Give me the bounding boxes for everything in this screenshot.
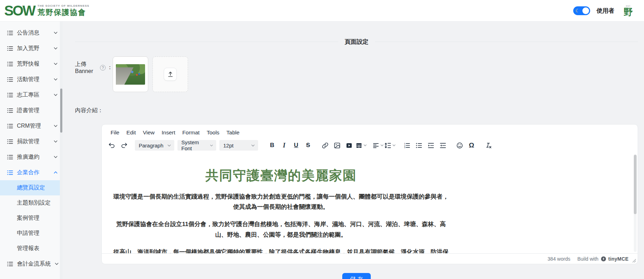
undo-button[interactable] xyxy=(106,140,118,151)
sidebar-item-certificates[interactable]: 證書管理 xyxy=(0,103,63,118)
insert-image-button[interactable] xyxy=(331,140,343,151)
chevron-down-icon xyxy=(54,31,58,35)
content-paragraph: 從高山、海洋到城市，每一個棲地都具備它獨特的重要性，除了提供各式各樣生物棲息，並… xyxy=(112,247,450,253)
chevron-down-icon xyxy=(54,93,58,97)
bullet-list-button[interactable] xyxy=(413,140,425,151)
help-icon[interactable]: ? xyxy=(100,65,106,71)
chevron-down-icon xyxy=(251,144,255,147)
content-intro-label: 內容介紹： xyxy=(75,107,638,114)
user-role-label: 使用者 xyxy=(596,7,614,15)
editor-toolbar: Paragraph System Font 12pt B xyxy=(102,138,638,153)
list-icon xyxy=(7,154,13,160)
sidebar-scrollbar-thumb[interactable] xyxy=(60,89,62,133)
font-size-select[interactable]: 12pt xyxy=(219,140,258,151)
chevron-down-icon xyxy=(380,144,384,147)
list-icon xyxy=(7,92,13,98)
sidebar-item-join[interactable]: 加入荒野 xyxy=(0,41,63,56)
chevron-up-icon xyxy=(54,170,58,175)
theme-toggle[interactable]: ☾ xyxy=(573,6,590,15)
sidebar-item-announcements[interactable]: 公告消息 xyxy=(0,25,63,41)
bold-icon: B xyxy=(270,142,274,149)
paragraph-format-select[interactable]: Paragraph xyxy=(135,140,174,151)
redo-button[interactable] xyxy=(118,140,130,151)
list-icon xyxy=(7,61,13,67)
chevron-down-icon xyxy=(54,139,58,144)
content-paragraph: 荒野保護協會在全台設立11個分會，致力於守護台灣自然棲地，包括海洋、海岸、濕地、… xyxy=(112,219,450,239)
sidebar-subitem-overview-settings[interactable]: 總覽頁設定 xyxy=(0,180,63,195)
line-height-button[interactable] xyxy=(384,140,396,151)
omega-icon: Ω xyxy=(469,141,474,149)
special-character-button[interactable]: Ω xyxy=(465,140,477,151)
chevron-down-icon xyxy=(54,62,58,66)
underline-button[interactable]: U xyxy=(290,140,302,151)
indent-button[interactable] xyxy=(425,140,437,151)
chevron-down-icon xyxy=(54,77,58,81)
menu-view[interactable]: View xyxy=(140,127,158,138)
editor-content-area[interactable]: 共同守護臺灣的美麗家園 環境守護是一個長期的生活實踐過程，荒野保護協會致力於創造… xyxy=(102,153,638,253)
divider-line xyxy=(75,42,338,42)
rich-text-editor: File Edit View Insert Format Tools Table xyxy=(101,124,638,264)
align-button[interactable] xyxy=(372,140,384,151)
toggle-knob xyxy=(582,7,589,14)
editor-scrollbar-thumb[interactable] xyxy=(634,155,637,214)
content-paragraph: 環境守護是一個長期的生活實踐過程，荒野保護協會致力於創造更低的門檻，讓每一個個人… xyxy=(112,192,450,212)
align-left-icon xyxy=(372,142,380,149)
sidebar-item-crm[interactable]: CRM管理 xyxy=(0,118,63,134)
insert-link-button[interactable] xyxy=(319,140,331,151)
sidebar-subitem-topic-categories[interactable]: 主題類別設定 xyxy=(0,195,63,211)
tinymce-branding[interactable]: Build with tinyMCE xyxy=(577,256,629,262)
menu-tools[interactable]: Tools xyxy=(204,127,223,138)
italic-icon: I xyxy=(283,142,285,149)
underline-icon: U xyxy=(294,142,298,149)
sidebar-item-accounting[interactable]: 會計金流系統 xyxy=(0,256,63,272)
sidebar-subitem-application-management[interactable]: 申請管理 xyxy=(0,226,63,241)
sow-logo[interactable]: SOW THE SOCIETY OF WILDERNESS 荒野保護協會 xyxy=(4,4,89,18)
save-button[interactable]: 儲 存 xyxy=(342,273,370,279)
insert-table-button[interactable] xyxy=(355,140,367,151)
list-icon xyxy=(7,261,13,267)
chevron-down-icon xyxy=(54,124,58,128)
app-header: SOW THE SOCIETY OF WILDERNESS 荒野保護協會 ☾ 使… xyxy=(0,0,644,22)
chevron-down-icon xyxy=(55,262,59,266)
bold-button[interactable]: B xyxy=(266,140,278,151)
sidebar-item-donations[interactable]: 捐款管理 xyxy=(0,134,63,149)
sidebar-scrollbar-track[interactable] xyxy=(60,22,63,279)
clear-formatting-button[interactable] xyxy=(482,140,494,151)
sidebar-subitem-case-management[interactable]: 案例管理 xyxy=(0,211,63,226)
word-count: 384 words xyxy=(548,256,570,262)
upload-button[interactable] xyxy=(164,68,177,81)
sidebar-subitem-management-reports[interactable]: 管理報表 xyxy=(0,241,63,256)
menu-file[interactable]: File xyxy=(107,127,123,138)
menu-table[interactable]: Table xyxy=(223,127,243,138)
sidebar-item-corporate[interactable]: 企業合作 xyxy=(0,165,63,180)
avatar-crop-char: 野 xyxy=(624,7,633,17)
sidebar-item-promotion[interactable]: 推廣邀約 xyxy=(0,149,63,165)
strikethrough-icon: S xyxy=(306,142,310,149)
outdent-button[interactable] xyxy=(437,140,449,151)
menu-format[interactable]: Format xyxy=(179,127,203,138)
chevron-down-icon xyxy=(54,155,58,159)
user-avatar[interactable]: oci 野 xyxy=(621,3,636,18)
list-icon xyxy=(7,46,13,51)
logo-tagline: THE SOCIETY OF WILDERNESS xyxy=(38,4,89,7)
banner-upload-dropzone[interactable] xyxy=(152,56,188,92)
numbered-list-button[interactable] xyxy=(401,140,413,151)
sidebar-item-volunteers[interactable]: 志工專區 xyxy=(0,87,63,103)
emoji-button[interactable] xyxy=(454,140,465,151)
resize-handle[interactable] xyxy=(632,259,636,263)
banner-thumbnail-card[interactable] xyxy=(113,56,148,92)
sidebar-item-newsletter[interactable]: 荒野快報 xyxy=(0,56,63,72)
menu-insert[interactable]: Insert xyxy=(158,127,179,138)
insert-media-button[interactable] xyxy=(343,140,355,151)
strikethrough-button[interactable]: S xyxy=(302,140,314,151)
section-divider: 頁面設定 xyxy=(75,38,638,46)
media-icon xyxy=(345,142,353,149)
sidebar-item-activities[interactable]: 活動管理 xyxy=(0,72,63,87)
font-family-select[interactable]: System Font xyxy=(177,140,216,151)
indent-icon xyxy=(427,142,434,149)
list-icon xyxy=(7,108,13,114)
italic-button[interactable]: I xyxy=(278,140,290,151)
menu-edit[interactable]: Edit xyxy=(123,127,139,138)
content-heading: 共同守護臺灣的美麗家園 xyxy=(112,167,450,184)
banner-image xyxy=(116,64,145,85)
